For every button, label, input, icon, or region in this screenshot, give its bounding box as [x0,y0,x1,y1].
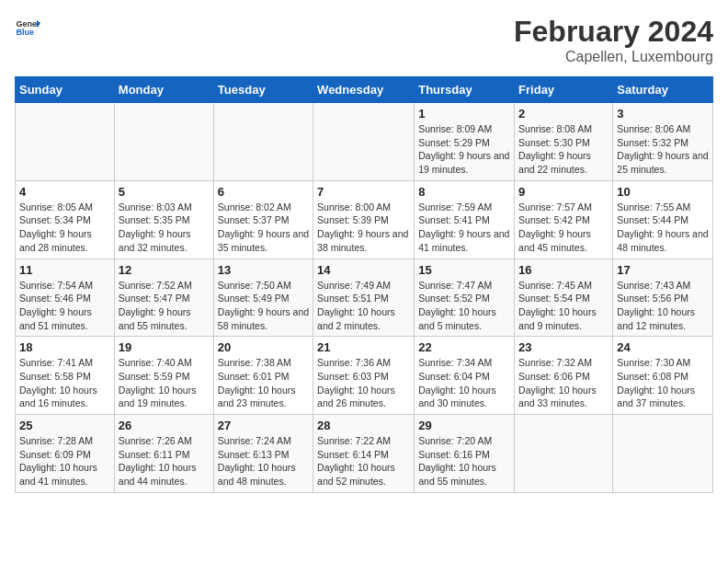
day-number: 23 [518,340,609,354]
day-info: Sunrise: 7:43 AM Sunset: 5:56 PM Dayligh… [617,279,709,333]
day-info: Sunrise: 7:49 AM Sunset: 5:51 PM Dayligh… [317,279,410,333]
day-info: Sunrise: 7:52 AM Sunset: 5:47 PM Dayligh… [119,279,210,333]
day-number: 19 [119,340,210,354]
calendar-cell: 17Sunrise: 7:43 AM Sunset: 5:56 PM Dayli… [613,259,713,337]
calendar-cell: 22Sunrise: 7:34 AM Sunset: 6:04 PM Dayli… [415,337,515,415]
calendar-cell: 6Sunrise: 8:02 AM Sunset: 5:37 PM Daylig… [213,180,313,259]
day-info: Sunrise: 8:05 AM Sunset: 5:34 PM Dayligh… [19,201,110,255]
day-info: Sunrise: 8:03 AM Sunset: 5:35 PM Dayligh… [119,201,210,255]
weekday-header-tuesday: Tuesday [213,77,313,103]
day-number: 27 [218,419,309,432]
calendar-table: SundayMondayTuesdayWednesdayThursdayFrid… [15,76,713,493]
week-row-3: 11Sunrise: 7:54 AM Sunset: 5:46 PM Dayli… [16,259,713,337]
day-number: 13 [218,263,309,277]
day-number: 5 [119,185,210,199]
day-info: Sunrise: 7:28 AM Sunset: 6:09 PM Dayligh… [19,434,110,488]
week-row-1: 1Sunrise: 8:09 AM Sunset: 5:29 PM Daylig… [16,103,713,181]
day-number: 18 [19,340,110,354]
calendar-cell: 10Sunrise: 7:55 AM Sunset: 5:44 PM Dayli… [613,180,713,259]
calendar-cell: 18Sunrise: 7:41 AM Sunset: 5:58 PM Dayli… [16,337,115,415]
calendar-cell: 28Sunrise: 7:22 AM Sunset: 6:14 PM Dayli… [313,415,415,493]
day-info: Sunrise: 7:24 AM Sunset: 6:13 PM Dayligh… [218,434,309,488]
day-info: Sunrise: 7:41 AM Sunset: 5:58 PM Dayligh… [19,356,110,410]
subtitle: Capellen, Luxembourg [514,49,713,65]
day-number: 17 [617,263,709,277]
day-info: Sunrise: 7:20 AM Sunset: 6:16 PM Dayligh… [418,434,510,488]
day-number: 8 [418,185,510,199]
day-number: 22 [418,340,510,354]
day-info: Sunrise: 7:54 AM Sunset: 5:46 PM Dayligh… [19,279,110,333]
calendar-cell: 23Sunrise: 7:32 AM Sunset: 6:06 PM Dayli… [515,337,613,415]
calendar-cell [213,103,313,181]
calendar-cell: 27Sunrise: 7:24 AM Sunset: 6:13 PM Dayli… [213,415,313,493]
day-number: 20 [218,340,309,354]
calendar-cell: 29Sunrise: 7:20 AM Sunset: 6:16 PM Dayli… [415,415,515,493]
calendar-cell: 5Sunrise: 8:03 AM Sunset: 5:35 PM Daylig… [114,180,213,259]
day-info: Sunrise: 7:22 AM Sunset: 6:14 PM Dayligh… [317,434,410,488]
calendar-cell: 13Sunrise: 7:50 AM Sunset: 5:49 PM Dayli… [213,259,313,337]
day-info: Sunrise: 7:34 AM Sunset: 6:04 PM Dayligh… [418,356,510,410]
day-number: 6 [218,185,309,199]
calendar-cell: 19Sunrise: 7:40 AM Sunset: 5:59 PM Dayli… [114,337,213,415]
day-info: Sunrise: 7:26 AM Sunset: 6:11 PM Dayligh… [119,434,210,488]
day-number: 4 [19,185,110,199]
logo-icon: General Blue [15,15,40,40]
day-info: Sunrise: 7:45 AM Sunset: 5:54 PM Dayligh… [518,279,609,333]
calendar-cell: 2Sunrise: 8:08 AM Sunset: 5:30 PM Daylig… [515,103,613,181]
calendar-cell [114,103,213,181]
day-info: Sunrise: 7:30 AM Sunset: 6:08 PM Dayligh… [617,356,709,410]
day-info: Sunrise: 7:36 AM Sunset: 6:03 PM Dayligh… [317,356,410,410]
weekday-header-monday: Monday [114,77,213,103]
calendar-cell: 11Sunrise: 7:54 AM Sunset: 5:46 PM Dayli… [16,259,115,337]
day-info: Sunrise: 7:47 AM Sunset: 5:52 PM Dayligh… [418,279,510,333]
day-number: 25 [19,419,110,432]
weekday-header-saturday: Saturday [613,77,713,103]
calendar-cell: 25Sunrise: 7:28 AM Sunset: 6:09 PM Dayli… [16,415,115,493]
calendar-cell: 15Sunrise: 7:47 AM Sunset: 5:52 PM Dayli… [415,259,515,337]
weekday-header-row: SundayMondayTuesdayWednesdayThursdayFrid… [16,77,713,103]
calendar-cell [613,415,713,493]
calendar-cell: 12Sunrise: 7:52 AM Sunset: 5:47 PM Dayli… [114,259,213,337]
calendar-cell: 4Sunrise: 8:05 AM Sunset: 5:34 PM Daylig… [16,180,115,259]
day-number: 1 [418,107,510,121]
calendar-cell: 21Sunrise: 7:36 AM Sunset: 6:03 PM Dayli… [313,337,415,415]
calendar-cell: 16Sunrise: 7:45 AM Sunset: 5:54 PM Dayli… [515,259,613,337]
day-number: 29 [418,419,510,432]
calendar-cell: 9Sunrise: 7:57 AM Sunset: 5:42 PM Daylig… [515,180,613,259]
calendar-cell: 20Sunrise: 7:38 AM Sunset: 6:01 PM Dayli… [213,337,313,415]
day-number: 21 [317,340,410,354]
title-section: February 2024 Capellen, Luxembourg [514,15,713,65]
calendar-cell [16,103,115,181]
day-info: Sunrise: 8:08 AM Sunset: 5:30 PM Dayligh… [518,122,609,177]
day-info: Sunrise: 8:02 AM Sunset: 5:37 PM Dayligh… [218,201,309,255]
header: General Blue February 2024 Capellen, Lux… [15,15,713,65]
day-number: 15 [418,263,510,277]
day-number: 7 [317,185,410,199]
weekday-header-friday: Friday [515,77,613,103]
day-number: 16 [518,263,609,277]
calendar-cell: 8Sunrise: 7:59 AM Sunset: 5:41 PM Daylig… [415,180,515,259]
logo: General Blue [15,15,40,40]
main-title: February 2024 [514,15,713,49]
day-info: Sunrise: 7:32 AM Sunset: 6:06 PM Dayligh… [518,356,609,410]
day-number: 28 [317,419,410,432]
calendar-cell: 26Sunrise: 7:26 AM Sunset: 6:11 PM Dayli… [114,415,213,493]
day-number: 9 [518,185,609,199]
week-row-5: 25Sunrise: 7:28 AM Sunset: 6:09 PM Dayli… [16,415,713,493]
weekday-header-sunday: Sunday [16,77,115,103]
day-info: Sunrise: 7:38 AM Sunset: 6:01 PM Dayligh… [218,356,309,410]
week-row-4: 18Sunrise: 7:41 AM Sunset: 5:58 PM Dayli… [16,337,713,415]
calendar-cell: 1Sunrise: 8:09 AM Sunset: 5:29 PM Daylig… [415,103,515,181]
calendar-cell [515,415,613,493]
day-number: 24 [617,340,709,354]
week-row-2: 4Sunrise: 8:05 AM Sunset: 5:34 PM Daylig… [16,180,713,259]
day-number: 14 [317,263,410,277]
day-number: 12 [119,263,210,277]
calendar-cell: 7Sunrise: 8:00 AM Sunset: 5:39 PM Daylig… [313,180,415,259]
svg-text:Blue: Blue [16,28,34,37]
weekday-header-wednesday: Wednesday [313,77,415,103]
day-number: 10 [617,185,709,199]
day-info: Sunrise: 8:06 AM Sunset: 5:32 PM Dayligh… [617,122,709,177]
day-info: Sunrise: 7:50 AM Sunset: 5:49 PM Dayligh… [218,279,309,333]
calendar-cell: 14Sunrise: 7:49 AM Sunset: 5:51 PM Dayli… [313,259,415,337]
